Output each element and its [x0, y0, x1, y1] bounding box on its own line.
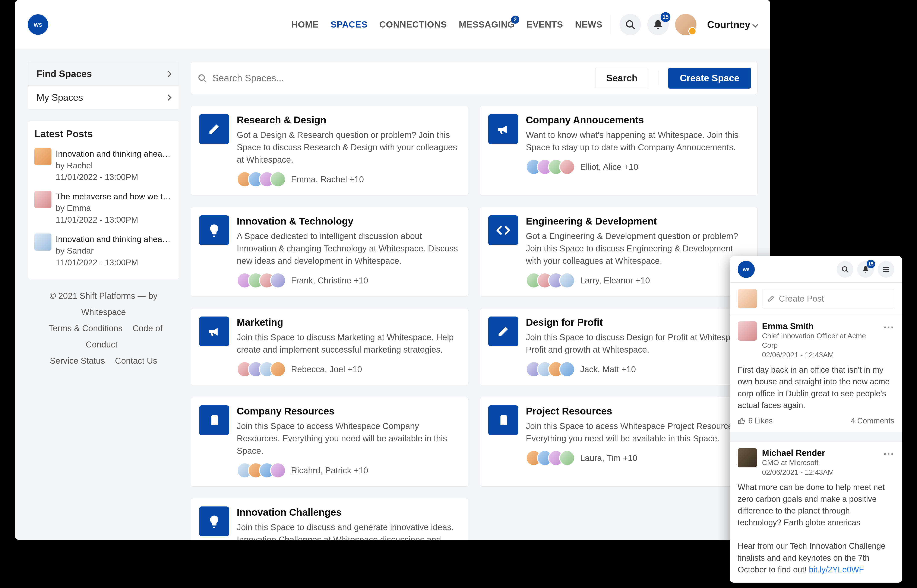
avatar: [270, 273, 286, 288]
space-title: Innovation & Technology: [237, 215, 460, 227]
search-icon[interactable]: [837, 261, 853, 278]
space-card[interactable]: Design for Profit Join this Space to dis…: [480, 308, 757, 386]
avatar: [34, 234, 52, 250]
latest-posts-title: Latest Posts: [34, 128, 173, 140]
footer-terms[interactable]: Terms & Conditions: [49, 323, 123, 333]
nav-spaces[interactable]: SPACES: [330, 19, 367, 30]
svg-line-5: [846, 271, 848, 272]
avatar: [737, 289, 757, 308]
space-members: Frank, Christine +10: [291, 276, 368, 285]
space-card[interactable]: Project Resources Join this Space to ace…: [480, 397, 757, 486]
sidebar: Find Spaces My Spaces Latest Posts Innov…: [28, 62, 180, 540]
space-description: Got a Engineering & Development question…: [526, 230, 749, 267]
avatar: [270, 171, 286, 187]
space-title: Project Resources: [526, 405, 749, 417]
avatar-stack: [237, 361, 286, 377]
nav-connections[interactable]: CONNECTIONS: [379, 19, 447, 30]
comments-count[interactable]: 4 Comments: [851, 417, 894, 425]
like-button[interactable]: 6 Likes: [737, 417, 773, 425]
feed-post[interactable]: Emma Smith Chief Innovation Officer at A…: [730, 315, 902, 432]
search-icon[interactable]: [619, 14, 641, 35]
space-card[interactable]: Marketing Join this Space to discuss Mar…: [191, 308, 468, 386]
space-description: Join this Space to discuss Marketing at …: [237, 331, 460, 356]
space-description: Join this Space to discuss Design for Pr…: [526, 331, 749, 356]
footer-status[interactable]: Service Status: [50, 356, 105, 365]
topbar: ws HOME SPACES CONNECTIONS MESSAGING 2 E…: [15, 0, 770, 49]
avatar: [559, 361, 575, 377]
nav-messaging[interactable]: MESSAGING 2: [459, 19, 514, 30]
more-icon[interactable]: ···: [884, 321, 894, 359]
space-title: Company Resources: [237, 405, 460, 417]
main: Search Create Space Research & Design Go…: [191, 62, 757, 540]
pencil-icon: [199, 114, 229, 144]
space-title: Engineering & Development: [526, 215, 749, 227]
space-members: Jack, Matt +10: [580, 365, 636, 374]
avatar-stack: [237, 171, 286, 187]
space-description: Want to know what's happening at Whitesp…: [526, 129, 749, 153]
menu-icon[interactable]: [878, 261, 894, 278]
svg-line-3: [204, 80, 205, 82]
nav-events[interactable]: EVENTS: [527, 19, 563, 30]
avatar[interactable]: [675, 14, 697, 35]
space-card[interactable]: Research & Design Got a Design & Researc…: [191, 106, 468, 195]
space-members: Emma, Rachel +10: [291, 174, 364, 184]
spaces-grid: Research & Design Got a Design & Researc…: [191, 106, 757, 540]
post-time: 02/06/2021 - 12:43AM: [762, 468, 878, 477]
code-icon: [488, 215, 518, 245]
space-title: Marketing: [237, 317, 460, 328]
post-author: Emma Smith: [762, 321, 878, 331]
chevron-right-icon: [165, 71, 171, 77]
space-members: Rebecca, Joel +10: [291, 365, 362, 374]
brand-logo[interactable]: ws: [28, 14, 48, 35]
post-body: What more can be done to help meet net z…: [737, 481, 894, 576]
bulb-icon: [199, 215, 229, 245]
avatar: [559, 273, 575, 288]
latest-posts-card: Latest Posts Innovation and thinking ahe…: [28, 121, 180, 279]
pencil-icon: [488, 317, 518, 346]
space-card[interactable]: Innovation & Technology A Space dedicate…: [191, 207, 468, 297]
bulb-icon: [199, 506, 229, 536]
brand-logo[interactable]: ws: [737, 261, 755, 278]
avatar-stack: [526, 450, 575, 466]
space-card[interactable]: Engineering & Development Got a Engineer…: [480, 207, 757, 297]
search-button[interactable]: Search: [595, 68, 649, 88]
nav-home[interactable]: HOME: [291, 19, 319, 30]
post-link[interactable]: bit.ly/2YLe0WF: [809, 565, 864, 574]
post-body: First day back in an office that isn't i…: [737, 364, 894, 411]
space-title: Company Annoucements: [526, 114, 749, 126]
topbar-separator: [611, 14, 611, 35]
feed-post[interactable]: Michael Render CMO at Microsoft 02/06/20…: [730, 442, 902, 582]
search-input[interactable]: [212, 73, 590, 84]
more-icon[interactable]: ···: [884, 448, 894, 477]
footer-copyright: © 2021 Shift Platforms — by Whitespace: [28, 288, 180, 320]
create-space-button[interactable]: Create Space: [668, 68, 751, 89]
space-description: Join this Space to discuss and generate …: [237, 521, 460, 540]
latest-post-item[interactable]: The metaverse and how we thin... by Emma…: [34, 187, 173, 229]
space-members: Ricahrd, Patrick +10: [291, 466, 368, 475]
compose-input[interactable]: Create Post: [762, 289, 894, 308]
space-description: Got a Design & Research question or prob…: [237, 129, 460, 166]
sidebar-item-find-spaces[interactable]: Find Spaces: [28, 62, 179, 86]
latest-post-item[interactable]: Innovation and thinking ahead f... by Ra…: [34, 144, 173, 187]
notifications-icon[interactable]: 15: [857, 261, 874, 278]
space-card[interactable]: Company Annoucements Want to know what's…: [480, 106, 757, 195]
pencil-icon: [767, 295, 775, 302]
space-card[interactable]: Company Resources Join this Space to acc…: [191, 397, 468, 486]
sidebar-item-my-spaces[interactable]: My Spaces: [28, 86, 179, 109]
user-menu[interactable]: Courtney: [707, 19, 757, 30]
space-card[interactable]: Innovation Challenges Join this Space to…: [191, 498, 468, 540]
space-members: Elliot, Alice +10: [580, 162, 638, 172]
nav-news[interactable]: NEWS: [575, 19, 602, 30]
latest-post-item[interactable]: Innovation and thinking ahead f... by Sa…: [34, 229, 173, 272]
footer-contact[interactable]: Contact Us: [115, 356, 157, 365]
mobile-compose: Create Post: [730, 283, 902, 315]
footer-links: © 2021 Shift Platforms — by Whitespace T…: [28, 288, 180, 369]
notifications-badge: 15: [867, 260, 875, 268]
post-time: 02/06/2021 - 12:43AM: [762, 351, 878, 359]
search-icon: [197, 73, 207, 83]
notifications-icon[interactable]: 15: [647, 14, 669, 35]
avatar: [270, 361, 286, 377]
separator: [658, 71, 658, 86]
avatar-stack: [526, 159, 575, 175]
book-icon: [488, 405, 518, 435]
